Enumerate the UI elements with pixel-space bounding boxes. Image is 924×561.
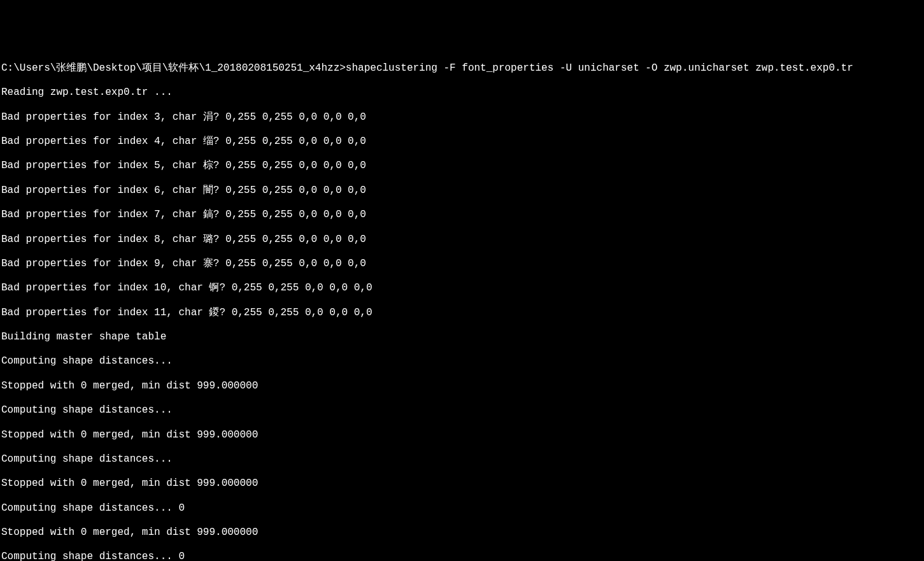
output-line: Bad properties for index 11, char 鍐? 0,2… [1, 307, 923, 319]
output-line: Stopped with 0 merged, min dist 999.0000… [1, 429, 923, 441]
output-line: Stopped with 0 merged, min dist 999.0000… [1, 527, 923, 539]
output-line: Computing shape distances... [1, 355, 923, 367]
output-line: Computing shape distances... 0 [1, 551, 923, 561]
output-line: Bad properties for index 8, char 璐? 0,25… [1, 234, 923, 246]
output-line: Bad properties for index 5, char 棕? 0,25… [1, 160, 923, 172]
output-line: Stopped with 0 merged, min dist 999.0000… [1, 478, 923, 490]
output-line: Computing shape distances... [1, 453, 923, 465]
command-prompt-line: C:\Users\张维鹏\Desktop\项目\软件杯\1_2018020815… [1, 62, 923, 75]
output-line: Reading zwp.test.exp0.tr ... [1, 87, 923, 99]
terminal-output[interactable]: C:\Users\张维鹏\Desktop\项目\软件杯\1_2018020815… [1, 50, 923, 561]
output-line: Bad properties for index 6, char 闇? 0,25… [1, 185, 923, 197]
output-line: Bad properties for index 3, char 涓? 0,25… [1, 111, 923, 124]
output-line: Building master shape table [1, 331, 923, 343]
output-line: Computing shape distances... 0 [1, 502, 923, 515]
output-line: Stopped with 0 merged, min dist 999.0000… [1, 380, 923, 392]
output-line: Bad properties for index 10, char 锕? 0,2… [1, 282, 923, 294]
output-line: Bad properties for index 9, char 寨? 0,25… [1, 258, 923, 270]
output-line: Bad properties for index 7, char 鎬? 0,25… [1, 209, 923, 221]
output-line: Computing shape distances... [1, 404, 923, 416]
output-line: Bad properties for index 4, char 缁? 0,25… [1, 136, 923, 148]
